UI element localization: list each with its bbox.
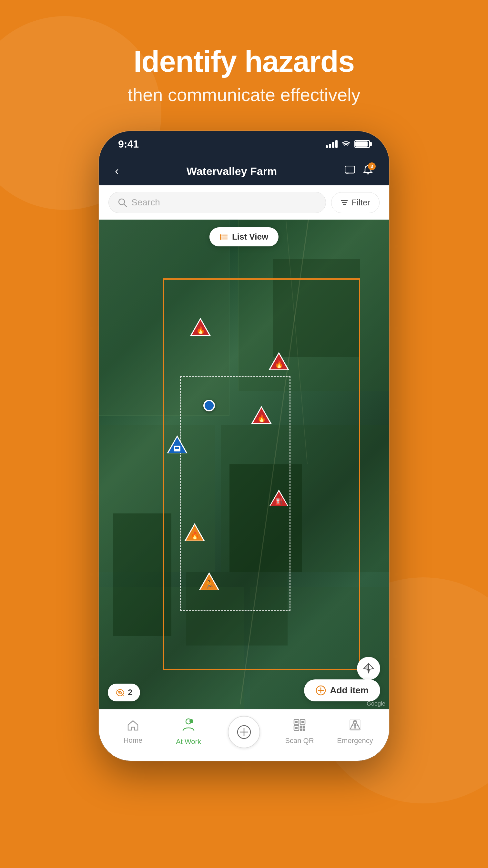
tab-scan-qr-label: Scan QR bbox=[285, 737, 314, 745]
phone-mockup: 9:41 bbox=[99, 131, 389, 761]
svg-text:🏃: 🏃 bbox=[204, 580, 214, 589]
status-time: 9:41 bbox=[118, 138, 139, 150]
svg-point-9 bbox=[220, 234, 221, 236]
hazard-marker-1[interactable]: 🔥 bbox=[189, 316, 212, 338]
svg-rect-52 bbox=[300, 728, 302, 731]
plus-icon bbox=[237, 725, 251, 739]
hidden-items-badge[interactable]: 2 bbox=[108, 684, 140, 702]
fuel-triangle: ⛽ bbox=[268, 489, 289, 507]
nav-bar: ‹ Watervalley Farm 3 bbox=[99, 157, 389, 185]
svg-text:🔥: 🔥 bbox=[190, 531, 199, 540]
red-fire-triangle-1: 🔥 bbox=[189, 316, 212, 337]
status-icons bbox=[326, 139, 370, 149]
search-icon bbox=[118, 198, 127, 207]
list-view-label: List View bbox=[232, 232, 268, 242]
filter-label: Filter bbox=[352, 197, 370, 208]
nav-action-icons: 3 bbox=[345, 165, 373, 178]
svg-line-2 bbox=[124, 204, 127, 207]
search-input[interactable]: Search bbox=[108, 192, 326, 213]
phone-screen: ‹ Watervalley Farm 3 bbox=[99, 157, 389, 761]
my-location-button[interactable] bbox=[357, 657, 380, 680]
main-title: Identify hazards bbox=[128, 45, 360, 78]
filter-button[interactable]: Filter bbox=[331, 192, 380, 213]
user-location bbox=[203, 400, 215, 411]
svg-text:🔥: 🔥 bbox=[275, 360, 284, 369]
tab-scan-qr[interactable]: Scan QR bbox=[272, 719, 327, 745]
building-triangle bbox=[166, 434, 188, 455]
tab-emergency-label: Emergency bbox=[337, 737, 373, 745]
red-fire-triangle-2: 🔥 bbox=[267, 351, 290, 371]
svg-text:🔥: 🔥 bbox=[257, 414, 266, 423]
at-work-icon bbox=[182, 718, 195, 735]
hidden-count: 2 bbox=[128, 687, 132, 698]
signal-icon bbox=[326, 140, 337, 148]
status-bar: 9:41 bbox=[99, 131, 389, 157]
search-placeholder: Search bbox=[131, 197, 160, 208]
svg-rect-49 bbox=[295, 727, 298, 729]
fuel-marker[interactable]: ⛽ bbox=[268, 489, 289, 508]
filter-icon bbox=[340, 199, 348, 206]
hazard-marker-2[interactable]: 🔥 bbox=[267, 351, 290, 373]
svg-point-11 bbox=[220, 238, 221, 240]
svg-point-40 bbox=[190, 719, 193, 723]
orange-hazard-marker-1[interactable]: 🔥 bbox=[183, 522, 206, 544]
tab-at-work-label: At Work bbox=[176, 738, 201, 746]
location-arrow-icon bbox=[363, 662, 375, 674]
tab-at-work[interactable]: At Work bbox=[161, 718, 216, 746]
main-subtitle: then communicate effectively bbox=[128, 84, 360, 105]
svg-rect-56 bbox=[354, 727, 356, 728]
svg-rect-50 bbox=[300, 725, 302, 728]
message-icon[interactable] bbox=[345, 166, 355, 177]
add-item-button[interactable]: Add item bbox=[304, 679, 380, 702]
orange-fire-triangle-1: 🔥 bbox=[183, 522, 206, 542]
tab-add[interactable] bbox=[216, 716, 272, 748]
svg-rect-51 bbox=[303, 725, 305, 728]
add-tab-button[interactable] bbox=[228, 716, 260, 748]
hidden-icon bbox=[116, 689, 125, 696]
home-icon bbox=[127, 719, 139, 734]
red-fire-triangle-3: 🔥 bbox=[250, 405, 273, 425]
emergency-triangle: 🏃 bbox=[197, 571, 221, 592]
emergency-icon bbox=[349, 719, 361, 734]
wifi-icon bbox=[341, 139, 351, 149]
svg-rect-53 bbox=[303, 728, 305, 731]
google-watermark: Google bbox=[367, 701, 385, 707]
add-icon bbox=[316, 685, 326, 695]
back-button[interactable]: ‹ bbox=[115, 164, 119, 178]
tab-bar: Home At Work bbox=[99, 709, 389, 761]
tab-home[interactable]: Home bbox=[105, 719, 161, 745]
svg-rect-24 bbox=[175, 447, 179, 449]
satellite-map: List View 🔥 bbox=[99, 220, 389, 709]
svg-point-10 bbox=[220, 236, 221, 238]
svg-rect-45 bbox=[295, 721, 298, 723]
add-item-label: Add item bbox=[330, 685, 368, 695]
map-container[interactable]: List View 🔥 bbox=[99, 220, 389, 709]
svg-text:⛽: ⛽ bbox=[275, 497, 283, 505]
svg-rect-0 bbox=[345, 166, 355, 173]
list-view-button[interactable]: List View bbox=[209, 227, 279, 246]
scan-qr-icon bbox=[293, 719, 306, 734]
building-marker[interactable] bbox=[166, 434, 188, 456]
nav-title: Watervalley Farm bbox=[187, 165, 277, 178]
list-icon bbox=[220, 234, 228, 240]
hazard-marker-3[interactable]: 🔥 bbox=[250, 405, 273, 427]
tab-home-label: Home bbox=[124, 736, 143, 745]
notification-badge: 3 bbox=[368, 162, 376, 170]
battery-icon bbox=[354, 140, 370, 148]
svg-text:🔥: 🔥 bbox=[196, 326, 205, 335]
svg-rect-47 bbox=[301, 721, 304, 723]
tab-emergency[interactable]: Emergency bbox=[327, 719, 383, 745]
emergency-marker[interactable]: 🏃 bbox=[197, 571, 221, 593]
header-section: Identify hazards then communicate effect… bbox=[128, 45, 360, 105]
notification-icon[interactable]: 3 bbox=[363, 165, 373, 178]
search-area: Search Filter bbox=[99, 185, 389, 220]
phone-frame: 9:41 bbox=[99, 131, 389, 761]
